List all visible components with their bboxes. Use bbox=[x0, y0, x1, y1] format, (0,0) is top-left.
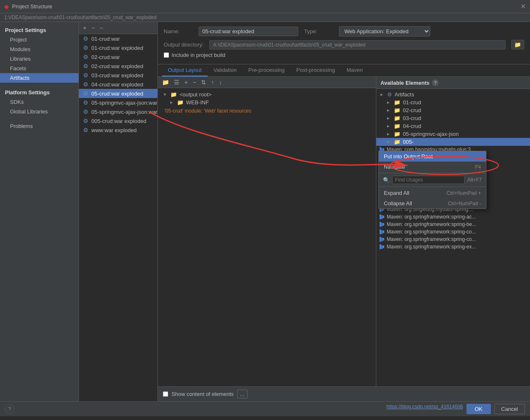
artifact-item-1[interactable]: ⚙ 01-crud:war exploded bbox=[79, 43, 157, 52]
output-layout: 📁 ☰ + − ⇅ ↑ ↓ ▼ 📁 <output root> ► bbox=[158, 77, 530, 386]
sidebar-item-libraries[interactable]: Libraries bbox=[0, 54, 79, 64]
sidebar-item-sdks[interactable]: SDKs bbox=[0, 97, 79, 107]
sidebar-item-problems[interactable]: Problems bbox=[0, 121, 79, 131]
available-elements-panel: Available Elements ? ► ⚙ Artifacts ► 📁 0… bbox=[376, 77, 530, 386]
artifact-item-10[interactable]: ⚙ www:war exploded bbox=[79, 125, 157, 135]
close-icon[interactable]: ✕ bbox=[520, 2, 526, 10]
search-icon: 🔍 bbox=[383, 177, 390, 183]
footer-link[interactable]: https://blog.csdn.net/qq_41614606 bbox=[387, 404, 463, 414]
artifact-icon-3: ⚙ bbox=[82, 63, 89, 69]
artifact-item-7[interactable]: ⚙ 05-springmvc-ajax-json:war bbox=[79, 98, 157, 107]
copy-artifact-button[interactable]: ⎓ bbox=[98, 24, 105, 32]
tree-item-output-root[interactable]: ▼ 📁 <output root> bbox=[161, 91, 373, 98]
av-item-01crud[interactable]: ► 📁 01-crud bbox=[376, 98, 530, 106]
context-navigate-label: Navigate bbox=[384, 164, 405, 170]
artifact-item-0[interactable]: ⚙ 01-crud:war bbox=[79, 34, 157, 43]
tab-output-layout[interactable]: Output Layout bbox=[162, 64, 208, 76]
artifact-item-6[interactable]: ⚙ 05-crud:war exploded bbox=[79, 89, 157, 98]
chevron-output-root: ▼ bbox=[163, 92, 168, 97]
av-item-maven-12[interactable]: Maven: org.springframework:spring-co... bbox=[376, 236, 530, 243]
type-select[interactable]: Web Application: Exploded bbox=[339, 26, 430, 37]
output-dir-row: Output directory: 📁 bbox=[164, 40, 524, 49]
av-item-maven-10[interactable]: Maven: org.springframework:spring-be... bbox=[376, 221, 530, 228]
output-tree-content: ▼ 📁 <output root> ► 📁 WEB-INF '05-crud' … bbox=[158, 88, 376, 386]
artifact-item-3[interactable]: ⚙ 02-crud:war exploded bbox=[79, 61, 157, 71]
show-content-checkbox[interactable] bbox=[163, 391, 168, 397]
sidebar-item-artifacts[interactable]: Artifacts bbox=[0, 73, 79, 83]
sidebar-item-modules[interactable]: Modules bbox=[0, 44, 79, 54]
name-input[interactable] bbox=[199, 27, 298, 36]
av-item-03crud[interactable]: ► 📁 03-crud bbox=[376, 114, 530, 122]
include-build-checkbox[interactable] bbox=[164, 52, 169, 58]
context-item-put-into-root[interactable]: Put into Output Root bbox=[379, 151, 486, 162]
dotted-button[interactable]: ... bbox=[237, 390, 248, 398]
av-item-maven-11[interactable]: Maven: org.springframework:spring-co... bbox=[376, 228, 530, 236]
artifact-icon-0: ⚙ bbox=[82, 35, 89, 42]
available-tree: ► ⚙ Artifacts ► 📁 01-crud ► 📁 02-crud bbox=[376, 89, 530, 386]
cancel-button[interactable]: Cancel bbox=[494, 404, 525, 414]
context-navigate-shortcut: F4 bbox=[475, 164, 481, 170]
window-title: Project Structure bbox=[12, 3, 52, 10]
artifact-icon-5: ⚙ bbox=[82, 81, 89, 88]
available-elements-label: Available Elements bbox=[380, 80, 429, 86]
sidebar-item-global-libraries[interactable]: Global Libraries bbox=[0, 107, 79, 116]
context-collapse-all-label: Collapse All bbox=[384, 200, 412, 206]
path-bar: 1:VDEASpace\ssm-crud\01-crud\out\artifac… bbox=[0, 13, 530, 22]
tree-item-webinf[interactable]: ► 📁 WEB-INF bbox=[161, 98, 373, 106]
av-item-02crud[interactable]: ► 📁 02-crud bbox=[376, 106, 530, 114]
browse-folder-button[interactable]: 📁 bbox=[511, 40, 524, 49]
av-item-artifacts[interactable]: ► ⚙ Artifacts bbox=[376, 91, 530, 98]
av-item-04crud[interactable]: ► 📁 04-crud bbox=[376, 122, 530, 130]
tree-layout-button[interactable]: ☰ bbox=[172, 78, 181, 86]
show-content-label: Show content of elements bbox=[172, 391, 234, 397]
context-item-expand-all[interactable]: Expand All Ctrl+NumPad + bbox=[379, 188, 486, 198]
av-item-maven-13[interactable]: Maven: org.springframework:spring-ex... bbox=[376, 243, 530, 251]
chevron-01crud: ► bbox=[386, 100, 391, 105]
remove-artifact-button[interactable]: − bbox=[90, 24, 96, 32]
context-search-input[interactable] bbox=[392, 176, 465, 184]
tree-sort-button[interactable]: ⇅ bbox=[199, 78, 208, 86]
tab-preprocessing[interactable]: Pre-processing bbox=[243, 64, 290, 76]
type-label: Type: bbox=[304, 28, 333, 34]
bottom-bar: Show content of elements ... bbox=[158, 386, 530, 401]
artifact-item-5[interactable]: ⚙ 04-crud:war exploded bbox=[79, 80, 157, 89]
artifact-item-8[interactable]: ⚙ 05-springmvc-ajax-json:war exploded bbox=[79, 107, 157, 116]
tab-maven[interactable]: Maven bbox=[341, 64, 368, 76]
artifact-item-9[interactable]: ⚙ 005-crud:war exploded bbox=[79, 116, 157, 125]
chevron-webinf: ► bbox=[169, 100, 174, 105]
sidebar-item-facets[interactable]: Facets bbox=[0, 64, 79, 73]
context-separator-1 bbox=[379, 173, 486, 173]
context-item-navigate[interactable]: Navigate F4 bbox=[379, 162, 486, 172]
context-item-collapse-all[interactable]: Collapse All Ctrl+NumPad - bbox=[379, 198, 486, 209]
av-item-maven-9[interactable]: Maven: org.springframework:spring-ac... bbox=[376, 213, 530, 221]
artifact-list-panel: + − ⎓ ⚙ 01-crud:war ⚙ 01-crud:war explod… bbox=[79, 22, 158, 401]
context-collapse-all-shortcut: Ctrl+NumPad - bbox=[448, 201, 481, 206]
tree-remove-button[interactable]: − bbox=[191, 78, 198, 86]
add-artifact-button[interactable]: + bbox=[81, 24, 88, 32]
tree-nav-button[interactable]: 📁 bbox=[160, 78, 171, 86]
artifact-item-2[interactable]: ⚙ 02-crud:war bbox=[79, 52, 157, 61]
ok-button[interactable]: OK bbox=[466, 404, 491, 414]
output-tree-toolbar: 📁 ☰ + − ⇅ ↑ ↓ bbox=[158, 77, 376, 88]
chevron-04crud: ► bbox=[386, 124, 391, 128]
tree-add-button[interactable]: + bbox=[183, 78, 189, 86]
artifact-item-4[interactable]: ⚙ 03-crud:war exploded bbox=[79, 71, 157, 80]
tree-up-button[interactable]: ↑ bbox=[209, 78, 216, 86]
footer-right: https://blog.csdn.net/qq_41614606 OK Can… bbox=[387, 404, 525, 414]
tree-down-button[interactable]: ↓ bbox=[217, 78, 223, 86]
av-item-05springmvc[interactable]: ► 📁 05-springmvc-ajax-json bbox=[376, 130, 530, 138]
sidebar-item-project[interactable]: Project bbox=[0, 35, 79, 44]
sidebar: Project Settings Project Modules Librari… bbox=[0, 22, 79, 401]
help-icon[interactable]: ? bbox=[432, 79, 439, 86]
tab-postprocessing[interactable]: Post-processing bbox=[290, 64, 341, 76]
artifact-icon-4: ⚙ bbox=[82, 72, 89, 79]
name-row: Name: Type: Web Application: Exploded bbox=[164, 26, 524, 37]
maven-icon-10 bbox=[380, 222, 384, 227]
av-item-005[interactable]: ► 📁 005- bbox=[376, 138, 530, 146]
footer-help-button[interactable]: ? bbox=[5, 405, 14, 414]
output-dir-input[interactable] bbox=[209, 40, 505, 49]
tab-validation[interactable]: Validation bbox=[208, 64, 243, 76]
maven-icon-9 bbox=[380, 214, 384, 219]
title-bar: ◆ Project Structure ✕ bbox=[0, 0, 530, 13]
folder-05springmvc: 📁 bbox=[394, 131, 400, 137]
